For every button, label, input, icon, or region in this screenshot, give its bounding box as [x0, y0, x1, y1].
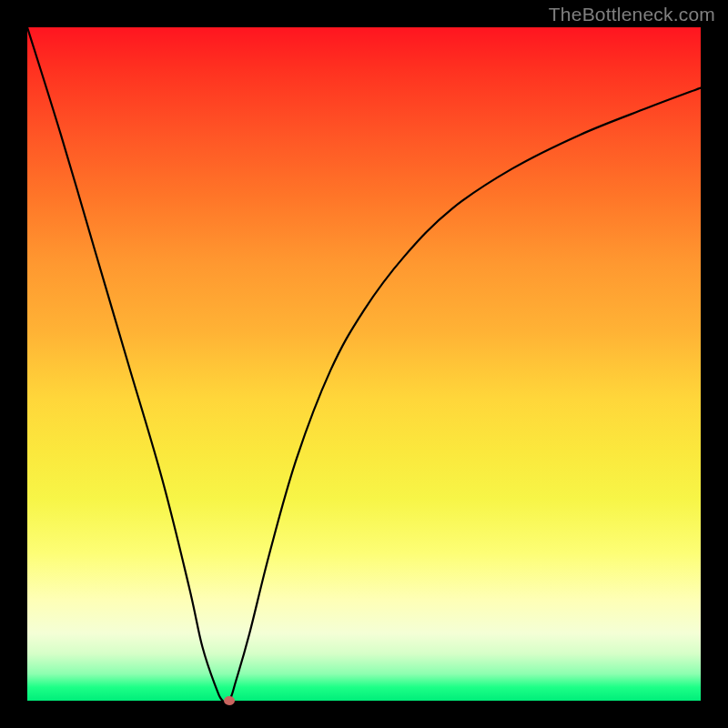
minimum-marker-dot [224, 696, 235, 705]
chart-plot-area [27, 27, 701, 701]
watermark-text: TheBottleneck.com [549, 4, 715, 25]
bottleneck-curve [27, 27, 701, 701]
